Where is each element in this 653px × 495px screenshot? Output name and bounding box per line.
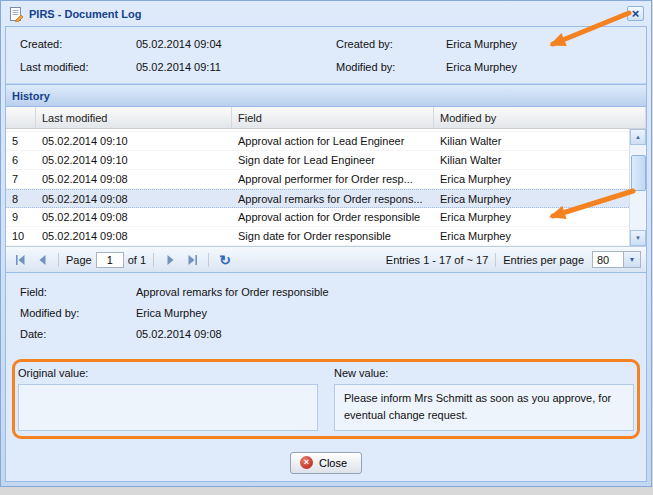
refresh-button[interactable]: ↻ — [216, 251, 234, 269]
last-modified-label: Last modified: — [20, 61, 136, 73]
cell-last-modified: 05.02.2014 09:08 — [36, 193, 232, 205]
created-by-label: Created by: — [336, 38, 446, 50]
next-page-button[interactable] — [161, 251, 179, 269]
cell-modified-by: Erica Murphey — [434, 230, 629, 242]
table-row[interactable]: 7 05.02.2014 09:08 Approval performer fo… — [6, 170, 629, 189]
column-header-rownum[interactable] — [6, 107, 36, 128]
desktop-background: PIRS - Document Log × Created: 05.02.201… — [0, 0, 653, 495]
created-by-value: Erica Murphey — [446, 38, 632, 50]
modified-by-label: Modified by: — [336, 61, 446, 73]
cell-modified-by: Kilian Walter — [434, 154, 629, 166]
entries-per-page-value[interactable]: 80 — [592, 251, 624, 268]
cell-field: Sign date for Order responsible — [232, 230, 434, 242]
detail-modified-by-value: Erica Murphey — [136, 307, 207, 319]
page-of-label: of 1 — [128, 254, 146, 266]
window-close-icon[interactable]: × — [627, 6, 644, 21]
toolbar-separator — [495, 253, 496, 267]
new-value-label: New value: — [334, 367, 634, 379]
detail-field-label: Field: — [20, 286, 136, 298]
page-label: Page — [66, 254, 92, 266]
close-button[interactable]: × Close — [290, 452, 362, 474]
close-button-label: Close — [319, 457, 347, 469]
cell-last-modified: 05.02.2014 09:08 — [36, 211, 232, 223]
cell-field: Approval action for Lead Engineer — [232, 135, 434, 147]
cell-modified-by: Erica Murphey — [434, 193, 629, 205]
last-modified-value: 05.02.2014 09:11 — [136, 61, 336, 73]
cell-field: Approval performer for Order resp... — [232, 173, 434, 185]
paging-toolbar: Page of 1 ↻ Entries 1 - 17 of ~ — [6, 246, 646, 272]
cell-rownum: 10 — [6, 230, 36, 242]
entries-count-text: Entries 1 - 17 of ~ 17 — [386, 254, 488, 266]
detail-modified-by-label: Modified by: — [20, 307, 136, 319]
last-page-button[interactable] — [183, 251, 201, 269]
first-page-button[interactable] — [11, 251, 29, 269]
cell-rownum: 8 — [6, 193, 36, 205]
window-footer: × Close — [6, 452, 646, 474]
table-row-selected[interactable]: 8 05.02.2014 09:08 Approval remarks for … — [6, 189, 629, 208]
history-title: History — [12, 90, 50, 102]
original-value-box — [18, 384, 318, 431]
cell-rownum: 5 — [6, 135, 36, 147]
cell-field: Approval remarks for Order respons... — [232, 193, 434, 205]
column-header-modified-by[interactable]: Modified by — [434, 107, 646, 128]
entries-per-page-label: Entries per page — [503, 254, 584, 266]
info-panel: Created: 05.02.2014 09:04 Created by: Er… — [6, 27, 646, 84]
cell-last-modified: 05.02.2014 09:08 — [36, 230, 232, 242]
document-log-icon — [8, 6, 24, 22]
previous-page-button[interactable] — [33, 251, 51, 269]
scroll-up-icon[interactable]: ▲ — [630, 129, 646, 145]
scroll-down-icon[interactable]: ▼ — [630, 230, 646, 246]
original-value-label: Original value: — [18, 367, 318, 379]
cell-rownum: 6 — [6, 154, 36, 166]
cell-last-modified: 05.02.2014 09:10 — [36, 154, 232, 166]
entries-per-page-combo[interactable]: 80 ▼ — [592, 251, 641, 268]
column-header-last-modified[interactable]: Last modified — [36, 107, 232, 128]
window-body: Created: 05.02.2014 09:04 Created by: Er… — [5, 26, 647, 482]
values-section: Original value: New value: Please inform… — [18, 367, 634, 431]
document-log-window: PIRS - Document Log × Created: 05.02.201… — [0, 0, 652, 487]
cell-field: Approval action for Order responsible — [232, 211, 434, 223]
chevron-down-icon[interactable]: ▼ — [624, 251, 641, 268]
vertical-scrollbar[interactable]: ▲ ▼ — [629, 129, 646, 246]
cell-modified-by: Erica Murphey — [434, 173, 629, 185]
detail-panel: Field: Approval remarks for Order respon… — [6, 273, 646, 351]
new-value-box: Please inform Mrs Schmitt as soon as you… — [334, 384, 634, 431]
cell-rownum: 7 — [6, 173, 36, 185]
cell-rownum: 9 — [6, 211, 36, 223]
toolbar-separator — [58, 253, 59, 267]
cell-modified-by: Erica Murphey — [434, 211, 629, 223]
history-panel: History Last modified Field Modified by … — [6, 84, 646, 273]
refresh-icon: ↻ — [219, 253, 231, 267]
table-row[interactable]: 9 05.02.2014 09:08 Approval action for O… — [6, 208, 629, 227]
history-grid-body: 5 05.02.2014 09:10 Approval action for L… — [6, 129, 646, 246]
detail-field-value: Approval remarks for Order responsible — [136, 286, 329, 298]
window-titlebar[interactable]: PIRS - Document Log × — [5, 1, 647, 26]
created-label: Created: — [20, 38, 136, 50]
cell-last-modified: 05.02.2014 09:10 — [36, 135, 232, 147]
scrollbar-thumb[interactable] — [631, 155, 646, 191]
history-panel-header: History — [6, 85, 646, 107]
toolbar-separator — [208, 253, 209, 267]
cell-last-modified: 05.02.2014 09:08 — [36, 173, 232, 185]
page-number-input[interactable] — [96, 252, 124, 268]
table-row[interactable]: 10 05.02.2014 09:08 Sign date for Order … — [6, 227, 629, 246]
window-title: PIRS - Document Log — [29, 7, 622, 20]
table-row[interactable]: 5 05.02.2014 09:10 Approval action for L… — [6, 132, 629, 151]
toolbar-separator — [153, 253, 154, 267]
cell-modified-by: Kilian Walter — [434, 135, 629, 147]
detail-date-value: 05.02.2014 09:08 — [136, 328, 222, 340]
column-header-field[interactable]: Field — [232, 107, 434, 128]
modified-by-value: Erica Murphey — [446, 61, 632, 73]
detail-date-label: Date: — [20, 328, 136, 340]
created-value: 05.02.2014 09:04 — [136, 38, 336, 50]
table-row[interactable]: 6 05.02.2014 09:10 Sign date for Lead En… — [6, 151, 629, 170]
cell-field: Sign date for Lead Engineer — [232, 154, 434, 166]
history-grid-header: Last modified Field Modified by — [6, 107, 646, 129]
close-circle-icon: × — [300, 456, 313, 469]
